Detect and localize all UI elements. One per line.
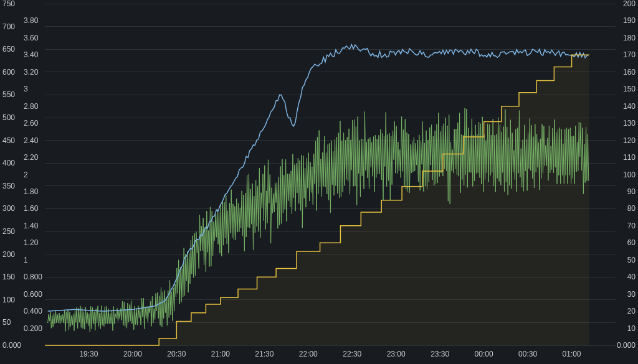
svg-text:20:00: 20:00: [123, 350, 142, 358]
svg-text:2.60: 2.60: [24, 119, 39, 128]
time-series-chart[interactable]: 0.00050100150200250300350400450500550600…: [0, 0, 638, 364]
svg-text:100: 100: [2, 296, 15, 304]
svg-text:500: 500: [2, 113, 15, 122]
svg-text:3.40: 3.40: [24, 50, 39, 59]
svg-text:3: 3: [24, 85, 28, 93]
svg-text:0.600: 0.600: [24, 290, 42, 299]
svg-text:10: 10: [627, 324, 636, 333]
plot-area: [45, 45, 589, 345]
svg-text:600: 600: [2, 68, 15, 77]
svg-text:00:00: 00:00: [475, 350, 493, 358]
svg-text:190: 190: [623, 16, 636, 25]
svg-text:2.40: 2.40: [24, 136, 39, 145]
svg-text:350: 350: [2, 182, 15, 190]
svg-text:1: 1: [24, 256, 28, 264]
svg-text:170: 170: [623, 50, 636, 59]
series-yellow-fill: [45, 55, 589, 345]
svg-text:22:30: 22:30: [343, 350, 361, 358]
svg-text:3.20: 3.20: [24, 68, 39, 77]
svg-text:20:30: 20:30: [167, 350, 186, 358]
svg-text:22:00: 22:00: [299, 350, 318, 358]
y-axis-right: 0.00010203040506070809010011012013014015…: [617, 0, 636, 350]
svg-text:90: 90: [627, 187, 636, 196]
svg-text:250: 250: [2, 227, 15, 236]
svg-text:2: 2: [24, 170, 28, 179]
svg-text:60: 60: [627, 238, 636, 247]
svg-text:1.60: 1.60: [24, 204, 39, 213]
svg-text:200: 200: [623, 0, 636, 8]
svg-text:70: 70: [627, 222, 636, 230]
svg-text:0.800: 0.800: [24, 273, 42, 281]
svg-text:150: 150: [623, 85, 636, 93]
svg-text:23:00: 23:00: [387, 350, 406, 358]
svg-text:180: 180: [623, 34, 636, 42]
y-axis-left-inner: 0.2000.4000.6000.80011.201.401.601.8022.…: [24, 16, 42, 332]
svg-text:150: 150: [2, 273, 15, 281]
svg-text:21:30: 21:30: [255, 350, 274, 358]
svg-text:1.80: 1.80: [24, 187, 39, 196]
svg-text:3.60: 3.60: [24, 34, 39, 42]
svg-text:550: 550: [2, 90, 15, 99]
x-axis: 19:3020:0020:3021:0021:3022:0022:3023:00…: [79, 350, 581, 358]
svg-text:160: 160: [623, 68, 636, 77]
y-axis-left-outer: 0.00050100150200250300350400450500550600…: [2, 0, 21, 350]
svg-text:0.000: 0.000: [2, 341, 21, 350]
svg-text:750: 750: [2, 0, 15, 8]
svg-text:23:30: 23:30: [431, 350, 449, 358]
svg-text:3.80: 3.80: [24, 16, 39, 25]
svg-text:400: 400: [2, 159, 15, 167]
svg-text:650: 650: [2, 45, 15, 54]
svg-text:200: 200: [2, 250, 15, 259]
svg-text:0.000: 0.000: [617, 341, 636, 350]
svg-text:120: 120: [623, 136, 636, 145]
svg-text:0.400: 0.400: [24, 307, 42, 315]
svg-text:20: 20: [627, 307, 636, 315]
svg-text:130: 130: [623, 119, 636, 128]
svg-text:40: 40: [627, 273, 636, 281]
svg-text:1.20: 1.20: [24, 238, 39, 247]
svg-text:21:00: 21:00: [211, 350, 230, 358]
svg-text:50: 50: [2, 318, 11, 327]
svg-text:110: 110: [623, 153, 636, 162]
svg-text:50: 50: [627, 256, 636, 264]
svg-text:2.80: 2.80: [24, 102, 39, 111]
svg-text:19:30: 19:30: [79, 350, 98, 358]
svg-text:300: 300: [2, 204, 15, 213]
svg-text:01:00: 01:00: [563, 350, 581, 358]
svg-text:0.200: 0.200: [24, 324, 42, 333]
svg-text:100: 100: [623, 170, 636, 179]
svg-text:700: 700: [2, 22, 15, 31]
svg-text:80: 80: [627, 204, 636, 213]
svg-text:1.40: 1.40: [24, 222, 39, 230]
svg-text:2.20: 2.20: [24, 153, 39, 162]
svg-text:00:30: 00:30: [518, 350, 537, 358]
svg-text:30: 30: [627, 290, 636, 299]
svg-text:140: 140: [623, 102, 636, 111]
svg-text:450: 450: [2, 136, 15, 145]
